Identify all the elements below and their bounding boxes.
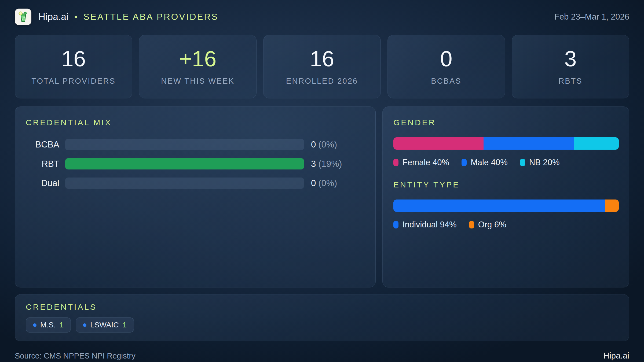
bar-percent: (0%)	[319, 139, 337, 149]
entity-type-legend: Individual 94% Org 6%	[393, 220, 618, 230]
header: Hipa.ai • SEATTLE ABA PROVIDERS Feb 23–M…	[15, 8, 629, 26]
gender-segment-female	[393, 137, 484, 150]
credential-mix-chart: BCBA 0 (0%) RBT 3 (1	[26, 139, 365, 189]
female-swatch	[393, 159, 398, 166]
entity-type-heading: ENTITY TYPE	[393, 180, 618, 189]
date-range: Feb 23–Mar 1, 2026	[554, 12, 629, 22]
chip-dot-icon	[83, 323, 86, 327]
credential-chip-ms: M.S. 1	[26, 317, 71, 333]
org-swatch	[469, 221, 474, 228]
stat-card-bcbas: 0 BCBAS	[387, 35, 505, 98]
stat-value: +16	[179, 48, 216, 70]
stat-value: 16	[61, 48, 86, 70]
mojito-glass-icon	[17, 11, 29, 23]
legend-label: Org 6%	[478, 220, 506, 230]
credential-row-rbt: RBT 3 (19%)	[26, 158, 365, 169]
bar-value: 0 (0%)	[311, 178, 337, 188]
page-title: SEATTLE ABA PROVIDERS	[83, 12, 218, 22]
credential-mix-heading: CREDENTIAL MIX	[26, 118, 365, 127]
stat-label: RBTS	[558, 77, 582, 86]
demographics-panel: GENDER Female 40% Male 40% NB 20%	[382, 106, 629, 287]
bar-fill	[65, 158, 304, 169]
legend-label: Individual 94%	[402, 220, 457, 230]
stat-label: BCBAS	[431, 77, 461, 86]
stat-card-new-this-week: +16 NEW THIS WEEK	[139, 35, 257, 98]
bar-track	[65, 158, 304, 169]
footer: Source: CMS NPPES NPI Registry Hipa.ai	[15, 351, 629, 361]
stat-card-total-providers: 16 TOTAL PROVIDERS	[15, 35, 132, 98]
stat-label: TOTAL PROVIDERS	[31, 77, 116, 86]
chip-count: 1	[60, 321, 64, 329]
bar-count: 0	[311, 178, 316, 188]
stats-row: 16 TOTAL PROVIDERS +16 NEW THIS WEEK 16 …	[15, 35, 629, 98]
gender-segment-nb	[574, 137, 619, 150]
chip-count: 1	[122, 321, 127, 329]
legend-item-individual: Individual 94%	[393, 220, 457, 230]
chip-label: LSWAIC	[90, 321, 119, 329]
chip-dot-icon	[33, 323, 36, 327]
credentials-heading: CREDENTIALS	[26, 302, 618, 312]
bar-count: 0	[311, 139, 316, 149]
footer-brand: Hipa.ai	[603, 351, 630, 361]
stat-card-enrolled-2026: 16 ENROLLED 2026	[263, 35, 381, 98]
chip-label: M.S.	[40, 321, 56, 329]
bar-label: Dual	[26, 178, 59, 188]
entity-segment-individual	[393, 200, 605, 212]
credential-row-bcba: BCBA 0 (0%)	[26, 139, 365, 150]
credentials-chips: M.S. 1 LSWAIC 1	[26, 317, 618, 333]
entity-segment-org	[605, 200, 619, 212]
stat-value: 16	[310, 48, 334, 70]
gender-heading: GENDER	[393, 118, 618, 127]
credential-mix-panel: CREDENTIAL MIX BCBA 0 (0%) RBT	[15, 106, 376, 287]
bar-track	[65, 178, 304, 189]
legend-label: Male 40%	[471, 158, 508, 167]
gender-stacked-bar	[393, 137, 619, 150]
bar-label: BCBA	[26, 139, 59, 150]
stat-value: 3	[564, 48, 577, 70]
bar-value: 0 (0%)	[311, 139, 337, 150]
gender-segment-male	[484, 137, 574, 150]
entity-type-stacked-bar	[393, 200, 619, 212]
bar-count: 3	[311, 159, 316, 169]
dashboard-page: Hipa.ai • SEATTLE ABA PROVIDERS Feb 23–M…	[0, 0, 644, 362]
credential-chip-lswaic: LSWAIC 1	[76, 317, 134, 333]
male-swatch	[462, 159, 467, 166]
stat-card-rbts: 3 RBTS	[512, 35, 629, 98]
bar-percent: (0%)	[319, 178, 337, 188]
bar-label: RBT	[26, 159, 59, 169]
legend-item-org: Org 6%	[469, 220, 506, 230]
legend-item-male: Male 40%	[462, 158, 508, 167]
main-content: CREDENTIAL MIX BCBA 0 (0%) RBT	[15, 106, 629, 287]
data-source-note: Source: CMS NPPES NPI Registry	[15, 352, 136, 360]
header-separator-dot: •	[74, 12, 78, 22]
individual-swatch	[393, 221, 398, 228]
brand-name: Hipa.ai	[38, 11, 68, 23]
bar-track	[65, 139, 304, 150]
bar-value: 3 (19%)	[311, 159, 342, 169]
credential-row-dual: Dual 0 (0%)	[26, 178, 365, 189]
legend-item-nb: NB 20%	[520, 158, 560, 167]
legend-item-female: Female 40%	[393, 158, 449, 167]
stat-label: ENROLLED 2026	[286, 77, 358, 86]
bar-percent: (19%)	[319, 159, 342, 169]
logo	[15, 9, 31, 25]
legend-label: NB 20%	[529, 158, 560, 167]
nb-swatch	[520, 159, 525, 166]
legend-label: Female 40%	[402, 158, 449, 167]
gender-legend: Female 40% Male 40% NB 20%	[393, 158, 618, 167]
stat-value: 0	[440, 48, 452, 70]
stat-label: NEW THIS WEEK	[161, 77, 235, 86]
credentials-panel: CREDENTIALS M.S. 1 LSWAIC 1	[15, 294, 629, 341]
